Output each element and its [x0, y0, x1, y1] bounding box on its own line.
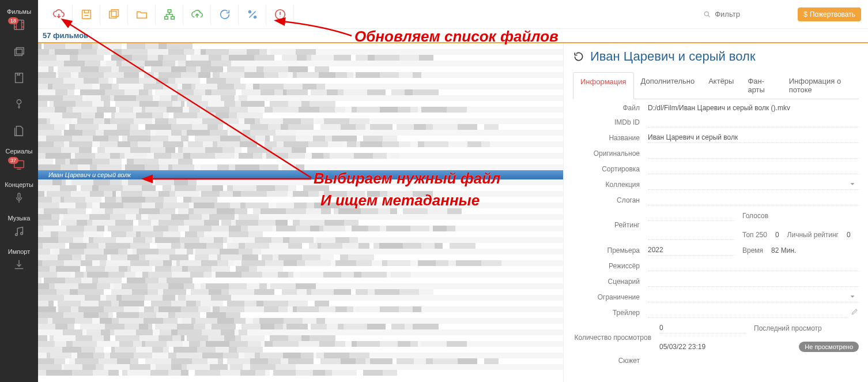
original-input[interactable] [648, 148, 859, 159]
list-row[interactable] [38, 101, 563, 107]
list-row[interactable] [38, 249, 563, 254]
tab-extra[interactable]: Дополнительно [634, 72, 702, 99]
sidebar-item-import[interactable]: Импорт [0, 245, 38, 278]
tab-actors[interactable]: Актёры [701, 72, 741, 99]
sidebar-item-books[interactable] [0, 65, 38, 91]
tab-stream[interactable]: Информация о потоке [782, 72, 859, 99]
list-row[interactable] [38, 353, 563, 358]
list-row[interactable] [38, 289, 563, 295]
cert-dropdown[interactable] [648, 291, 859, 302]
list-row[interactable] [38, 364, 563, 370]
director-input[interactable] [648, 260, 859, 271]
list-row[interactable] [38, 89, 563, 95]
trailer-input[interactable] [648, 307, 847, 318]
list-row[interactable] [38, 283, 563, 289]
list-row[interactable] [38, 208, 563, 214]
watched-status[interactable]: Не просмотрено [799, 342, 859, 352]
list-row[interactable] [38, 220, 563, 226]
pencil-icon[interactable] [851, 308, 859, 317]
list-row[interactable] [38, 243, 563, 249]
list-row[interactable] [38, 324, 563, 329]
list-row[interactable] [38, 84, 563, 89]
list-row[interactable] [38, 341, 563, 347]
list-row[interactable] [38, 260, 563, 266]
refresh-button[interactable] [211, 4, 239, 25]
list-row[interactable] [38, 231, 563, 237]
refresh-icon[interactable] [573, 51, 584, 62]
donate-button[interactable]: $ Пожертвовать [798, 8, 861, 21]
list-row[interactable] [38, 66, 563, 72]
list-row[interactable] [38, 43, 563, 49]
list-row[interactable] [38, 159, 563, 164]
writer-input[interactable] [648, 276, 859, 287]
folder-button[interactable] [128, 4, 156, 25]
list-row[interactable] [38, 197, 563, 203]
tab-fanart[interactable]: Фан-арты [741, 72, 782, 99]
sidebar-item-sets[interactable] [0, 38, 38, 65]
list-row[interactable] [38, 254, 563, 260]
list-row[interactable] [38, 124, 563, 130]
list-row[interactable] [38, 226, 563, 231]
warning-button[interactable] [266, 4, 294, 25]
list-row[interactable] [38, 185, 563, 191]
votes-input[interactable] [648, 229, 734, 240]
list-row[interactable] [38, 113, 563, 118]
tree-button[interactable] [156, 4, 183, 25]
list-row[interactable] [38, 329, 563, 335]
tools-button[interactable] [239, 4, 266, 25]
list-row[interactable] [38, 318, 563, 324]
list-row[interactable] [38, 141, 563, 147]
list-row[interactable] [38, 179, 563, 185]
imdb-input[interactable] [648, 117, 859, 128]
cloud-upload-button[interactable] [183, 4, 211, 25]
filter-input[interactable] [715, 10, 784, 18]
save-button[interactable] [73, 4, 100, 25]
list-row[interactable] [38, 55, 563, 61]
list-row[interactable] [38, 61, 563, 66]
slogan-input[interactable] [648, 194, 859, 205]
list-row[interactable] [38, 214, 563, 220]
list-row[interactable] [38, 72, 563, 78]
list-row[interactable] [38, 107, 563, 113]
list-row[interactable] [38, 164, 563, 170]
list-row[interactable] [38, 358, 563, 364]
list-row[interactable] [38, 118, 563, 124]
sidebar-item-keys[interactable] [0, 91, 38, 118]
list-row[interactable] [38, 147, 563, 153]
list-row[interactable] [38, 306, 563, 312]
save-all-button[interactable] [100, 4, 128, 25]
sidebar-item-music[interactable]: Музыка [0, 211, 38, 245]
list-row[interactable] [38, 136, 563, 141]
list-row[interactable] [38, 312, 563, 318]
sidebar-item-concerts[interactable]: Концерты [0, 178, 38, 211]
cloud-download-button[interactable] [45, 4, 73, 25]
views-input[interactable] [659, 323, 746, 334]
file-list-scroll[interactable]: Иван Царевич и серый волк [38, 43, 563, 382]
list-row[interactable] [38, 301, 563, 306]
list-row[interactable] [38, 153, 563, 159]
list-row[interactable] [38, 49, 563, 55]
list-row-selected[interactable]: Иван Царевич и серый волк [38, 170, 563, 179]
list-row[interactable] [38, 335, 563, 341]
list-row[interactable] [38, 191, 563, 197]
list-row[interactable] [38, 78, 563, 84]
list-row[interactable] [38, 95, 563, 101]
tab-info[interactable]: Информация [573, 72, 634, 99]
collection-dropdown[interactable] [648, 179, 859, 190]
list-row[interactable] [38, 347, 563, 353]
list-row[interactable] [38, 237, 563, 243]
list-row[interactable] [38, 203, 563, 208]
list-row[interactable] [38, 278, 563, 283]
sort-input[interactable] [648, 163, 859, 174]
list-row[interactable] [38, 266, 563, 272]
name-input[interactable] [648, 132, 859, 143]
sidebar-item-movies[interactable]: Фильмы 18 [0, 5, 38, 38]
list-row[interactable] [38, 272, 563, 278]
rating-input[interactable] [648, 210, 734, 221]
list-row[interactable] [38, 130, 563, 136]
premiere-input[interactable] [648, 245, 734, 256]
list-row[interactable] [38, 295, 563, 301]
sidebar-item-series[interactable]: Сериалы 37 [0, 144, 38, 178]
list-row[interactable] [38, 370, 563, 376]
sidebar-item-docs[interactable] [0, 118, 38, 144]
